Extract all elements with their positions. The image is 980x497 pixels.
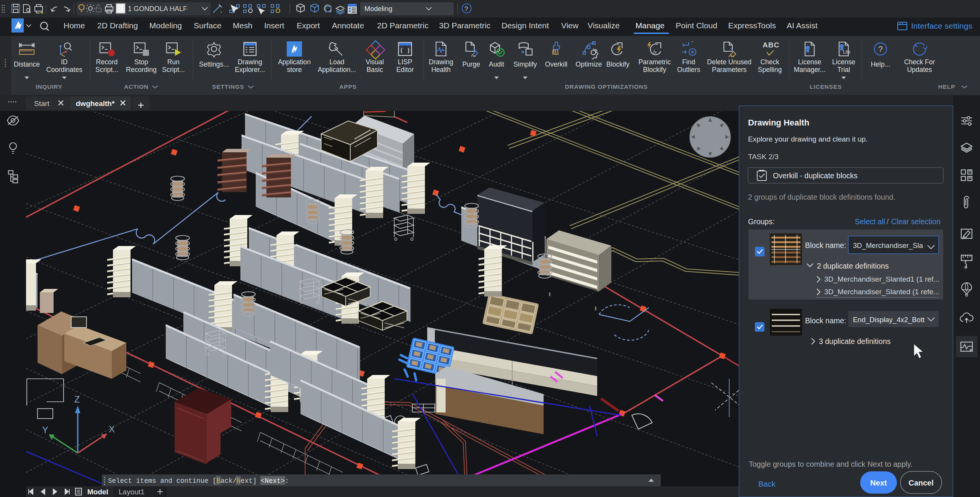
svg-text:Trial: Trial xyxy=(837,66,850,73)
svg-text:Insert: Insert xyxy=(264,21,284,30)
svg-text:ID: ID xyxy=(61,58,68,66)
svg-text:Stop: Stop xyxy=(134,58,148,66)
svg-text:License: License xyxy=(798,58,821,66)
svg-text:Block name:: Block name: xyxy=(805,316,846,325)
svg-text:Back: Back xyxy=(758,480,776,488)
svg-text:APPS: APPS xyxy=(339,83,356,90)
svg-text:?: ? xyxy=(878,44,883,54)
svg-text:Mesh: Mesh xyxy=(233,21,252,30)
svg-text:View: View xyxy=(561,21,579,30)
svg-text:Drawing: Drawing xyxy=(238,58,262,66)
svg-text:2 groups of duplicate block de: 2 groups of duplicate block definitions … xyxy=(748,193,895,201)
svg-text:Simplify: Simplify xyxy=(513,60,537,68)
svg-text:store: store xyxy=(287,66,302,73)
svg-text:LISP: LISP xyxy=(398,58,412,66)
svg-text:3D_Merchandiser_Slanted1 (1 re: 3D_Merchandiser_Slanted1 (1 ref... xyxy=(824,275,939,284)
svg-text:fx: fx xyxy=(653,49,657,55)
svg-text:Interface settings: Interface settings xyxy=(911,21,972,30)
svg-text:Find: Find xyxy=(682,58,695,66)
svg-text:Start: Start xyxy=(34,99,50,108)
svg-text:Clear selection: Clear selection xyxy=(891,217,941,226)
svg-text:Surface: Surface xyxy=(194,21,221,30)
svg-text:Select all: Select all xyxy=(855,217,885,226)
svg-text:3 duplicate definitions: 3 duplicate definitions xyxy=(819,337,891,345)
svg-text:Script...: Script... xyxy=(95,66,118,73)
svg-text:/: / xyxy=(887,217,889,226)
svg-text:Block name:: Block name: xyxy=(805,241,846,249)
svg-text:Check For: Check For xyxy=(904,58,935,66)
svg-text:Select items and continue [Bac: Select items and continue [Back/Next] <N… xyxy=(108,477,289,485)
svg-text:End_Display_4x2_Bott: End_Display_4x2_Bott xyxy=(853,316,924,324)
svg-text:Lite: Lite xyxy=(843,49,851,55)
svg-text:SETTINGS: SETTINGS xyxy=(212,83,244,90)
svg-text:3D_Merchandiser_Sla: 3D_Merchandiser_Sla xyxy=(853,241,923,250)
svg-text:Spelling: Spelling xyxy=(758,66,782,73)
svg-text:Point Cloud: Point Cloud xyxy=(676,21,717,30)
svg-text:Application...: Application... xyxy=(318,66,356,73)
svg-text:ExpressTools: ExpressTools xyxy=(728,21,776,30)
svg-text:Toggle groups to combine and c: Toggle groups to combine and click Next … xyxy=(749,460,913,468)
svg-text:Drawing Health: Drawing Health xyxy=(748,118,809,127)
svg-text:AI Assist: AI Assist xyxy=(787,21,818,30)
svg-text:Recording: Recording xyxy=(126,66,157,73)
svg-text:3D Parametric: 3D Parametric xyxy=(439,21,490,30)
svg-text:Visualize: Visualize xyxy=(588,21,620,30)
svg-text:Manage: Manage xyxy=(635,21,665,30)
svg-text:Export: Export xyxy=(297,21,320,30)
svg-text:2 duplicate definitions: 2 duplicate definitions xyxy=(817,262,889,270)
svg-text:Design Intent: Design Intent xyxy=(501,21,549,30)
svg-text:INQUIRY: INQUIRY xyxy=(36,83,62,90)
svg-text:dwghealth*: dwghealth* xyxy=(76,99,115,108)
svg-text:Record: Record xyxy=(96,58,118,66)
svg-text:Updates: Updates xyxy=(907,66,932,73)
svg-text:Drawing: Drawing xyxy=(429,58,453,66)
svg-text:Manager...: Manager... xyxy=(794,66,826,73)
svg-text:Cancel: Cancel xyxy=(908,479,934,487)
svg-text:3D_Merchandiser_Slanted (1 ref: 3D_Merchandiser_Slanted (1 refe... xyxy=(824,288,939,296)
svg-text:Editor: Editor xyxy=(396,66,414,73)
svg-text:HELP: HELP xyxy=(938,83,956,90)
svg-text:Groups:: Groups: xyxy=(748,217,774,226)
svg-text:1 GONDOLA HALF: 1 GONDOLA HALF xyxy=(128,5,187,13)
svg-text:Audit: Audit xyxy=(489,60,504,68)
svg-text:Next: Next xyxy=(870,479,887,487)
svg-text:ABC: ABC xyxy=(763,41,779,49)
svg-text:Layout1: Layout1 xyxy=(119,488,145,496)
svg-text:Purge: Purge xyxy=(462,60,480,68)
svg-text:Delete Unused: Delete Unused xyxy=(707,58,751,66)
svg-text:Distance: Distance xyxy=(14,60,40,68)
svg-text:Parametric: Parametric xyxy=(639,58,671,66)
svg-text:DRAWING OPTIMIZATIONS: DRAWING OPTIMIZATIONS xyxy=(565,83,648,90)
svg-text:Parameters: Parameters xyxy=(712,66,747,73)
svg-text:License: License xyxy=(832,58,855,66)
svg-text:Modeling: Modeling xyxy=(364,5,392,13)
svg-text:Outliers: Outliers xyxy=(677,66,701,73)
svg-text:2D Drafting: 2D Drafting xyxy=(97,21,138,30)
svg-text:Load: Load xyxy=(330,58,345,66)
svg-text:?: ? xyxy=(464,5,468,13)
svg-text:Visual: Visual xyxy=(366,58,384,66)
svg-text:ACTION: ACTION xyxy=(124,83,149,90)
svg-text:Help...: Help... xyxy=(871,60,890,68)
svg-text:Blockify: Blockify xyxy=(606,60,630,68)
svg-text:Health: Health xyxy=(431,66,451,73)
svg-text:Script...: Script... xyxy=(162,66,185,73)
svg-text:Check: Check xyxy=(760,58,779,66)
svg-text:Run: Run xyxy=(167,58,180,66)
svg-text:TASK 2/3: TASK 2/3 xyxy=(748,153,779,161)
svg-text:Modeling: Modeling xyxy=(149,21,182,30)
svg-text:Y: Y xyxy=(42,425,48,435)
svg-text:Application: Application xyxy=(278,58,311,66)
svg-text:2D Parametric: 2D Parametric xyxy=(377,21,428,30)
svg-text:Model: Model xyxy=(87,488,108,496)
svg-text:Optimize: Optimize xyxy=(575,60,602,68)
svg-text:Annotate: Annotate xyxy=(332,21,364,30)
svg-text:Z: Z xyxy=(74,394,80,404)
svg-text:Explore your drawing and clean: Explore your drawing and clean it up. xyxy=(748,135,868,143)
svg-text:Settings...: Settings... xyxy=(199,60,229,68)
svg-text:Overkill - duplicate blocks: Overkill - duplicate blocks xyxy=(773,171,858,180)
svg-text:Basic: Basic xyxy=(367,66,383,73)
svg-text:Overkill: Overkill xyxy=(545,60,567,68)
svg-text:Explorer...: Explorer... xyxy=(235,66,265,73)
svg-text:Blockify: Blockify xyxy=(643,66,666,73)
